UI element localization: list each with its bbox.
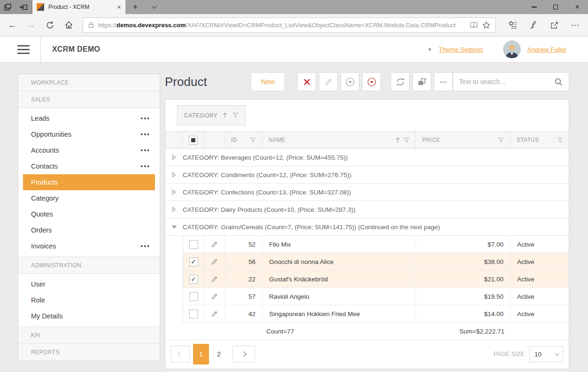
table-row[interactable]: 52 Filo Mix $7.00 Active [183,236,569,253]
group-row-grains-cereals[interactable]: CATEGORY: Grains/Cereals (Count=7, (Pric… [165,218,569,236]
group-row-dairy-products[interactable]: CATEGORY: Dairy Products (Count=10, (Pri… [165,201,569,218]
row-checkbox[interactable] [189,257,198,266]
new-button[interactable]: New [251,72,286,91]
sidebar-item-contacts[interactable]: Contacts••• [18,158,160,174]
refresh-button[interactable] [40,16,59,34]
expand-arrow-icon[interactable] [165,189,183,195]
tab-preview-button[interactable] [0,0,16,14]
group-row-beverages[interactable]: CATEGORY: Beverages (Count=12, (Price: S… [165,149,569,166]
user-name-link[interactable]: Andrew Fuller [527,46,566,53]
row-checkbox[interactable] [189,310,198,318]
table-row[interactable]: 56 Gnocchi di nonna Alice $38.00 Active [183,253,569,271]
sidebar-item-orders[interactable]: Orders [18,222,160,238]
column-header-name[interactable]: NAME [262,132,416,148]
sidebar-group-sales[interactable]: SALES [18,91,160,108]
item-label: User [31,280,46,288]
browser-menu-button[interactable]: ⋯ [565,16,585,34]
row-edit-button[interactable] [204,271,225,287]
search-icon[interactable] [554,78,563,86]
sidebar-item-products[interactable]: Products [23,174,155,190]
app-header: XCRM DEMO ▼ Theme Settings Andrew Fuller [0,37,588,62]
group-chip-category[interactable]: CATEGORY [177,105,246,125]
page-size-select[interactable]: 10 [529,346,563,362]
expand-arrow-icon[interactable] [165,207,183,212]
row-edit-button[interactable] [204,236,225,253]
edit-button[interactable] [319,72,338,91]
address-bar[interactable]: https://demos.devexpress.com/XAF/XCRM/#V… [83,17,496,33]
favorite-star-icon[interactable] [482,21,490,29]
sidebar-item-role[interactable]: Role [18,292,160,308]
row-edit-button[interactable] [204,253,225,270]
column-header-status[interactable]: STATUS [510,132,569,148]
share-button[interactable] [544,16,565,34]
filter-icon[interactable] [557,137,563,143]
item-label: Quotes [31,210,53,218]
column-header-id[interactable]: ID [224,132,262,148]
sidebar-item-invoices[interactable]: Invoices••• [18,238,160,254]
filter-icon[interactable] [498,137,504,143]
row-edit-button[interactable] [204,288,225,305]
collapse-all-button[interactable] [340,72,359,91]
maximize-button[interactable] [545,0,566,14]
forward-button[interactable]: → [22,16,40,34]
group-row-confections[interactable]: CATEGORY: Confections (Count=13, (Price:… [165,184,569,201]
table-row[interactable]: 57 Ravioli Angelo $19.50 Active [183,288,569,305]
collapse-arrow-icon[interactable] [165,225,183,229]
close-button[interactable]: ✕ [566,0,588,14]
row-edit-button[interactable] [204,305,225,322]
total-count: Count=77 [266,328,294,335]
new-tab-button[interactable]: + [125,0,145,14]
tab-list-button[interactable] [145,0,163,14]
search-input[interactable] [459,78,554,85]
item-label: Role [31,296,45,304]
column-chooser-button[interactable] [412,72,431,91]
page-button-1[interactable]: 1 [193,344,209,364]
row-checkbox[interactable] [189,275,198,284]
sidebar-item-accounts[interactable]: Accounts••• [18,142,160,158]
page-button-2[interactable]: 2 [211,344,227,364]
hub-button[interactable] [503,16,523,34]
sidebar-item-opportunities[interactable]: Opportunities••• [18,126,160,142]
row-checkbox[interactable] [189,240,198,249]
filter-icon[interactable] [232,112,239,118]
filter-icon[interactable] [250,137,256,143]
menu-toggle-button[interactable] [17,45,30,54]
tab-close-icon[interactable]: ✕ [117,4,121,10]
reading-view-icon[interactable] [470,22,478,28]
prev-page-button[interactable] [171,346,190,363]
select-all-checkbox[interactable] [189,136,198,145]
sidebar-group-reports[interactable]: REPORTS [18,344,160,361]
theme-caret-icon[interactable]: ▼ [427,47,432,52]
table-row[interactable]: 22 Gustaf's Knäckebröd $21.00 Active [183,271,569,288]
grid-refresh-button[interactable] [391,72,410,91]
delete-button[interactable] [297,72,316,91]
sidebar-item-my-details[interactable]: My Details [18,308,160,324]
browser-tab[interactable]: Product - XCRM ✕ [32,0,125,14]
group-row-condiments[interactable]: CATEGORY: Condiments (Count=12, (Price: … [165,166,569,184]
sidebar-item-user[interactable]: User [18,276,160,292]
page-size-area: PAGE SIZE 10 [494,346,563,362]
sidebar-item-category[interactable]: Category [18,190,160,206]
more-actions-button[interactable]: ... [434,72,453,91]
table-row[interactable]: 42 Singaporean Hokkien Fried Mee $14.00 … [183,305,569,323]
column-header-price[interactable]: PRICE [416,132,510,148]
sidebar-group-administration[interactable]: ADMINISTRATION [18,257,160,274]
minimize-button[interactable] [523,0,545,14]
sidebar-group-kpi[interactable]: KPI [18,327,160,344]
row-checkbox[interactable] [189,292,198,301]
back-button[interactable]: ← [3,16,22,34]
cell-id: 42 [225,305,263,322]
expand-arrow-icon[interactable] [165,155,183,160]
sidebar-item-quotes[interactable]: Quotes [18,206,160,222]
web-note-button[interactable] [523,16,544,34]
user-avatar[interactable] [503,40,521,58]
expand-all-button[interactable] [362,72,381,91]
sidebar-item-leads[interactable]: Leads••• [18,110,160,126]
theme-settings-link[interactable]: Theme Settings [439,46,483,53]
expand-arrow-icon[interactable] [165,172,183,178]
filter-icon[interactable] [403,137,410,143]
next-page-button[interactable] [232,346,255,363]
home-button[interactable] [59,16,78,34]
set-tabs-aside-button[interactable] [16,0,32,14]
sidebar-group-workplace[interactable]: WORKPLACE [18,74,160,91]
